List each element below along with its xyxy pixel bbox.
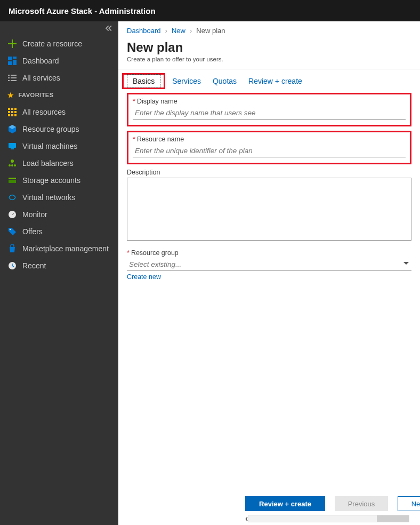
sidebar-item-monitor[interactable]: Monitor [0,206,118,223]
resource-name-label: *Resource name [133,136,406,143]
chevron-right-icon: › [190,27,192,35]
svg-rect-26 [9,180,16,183]
svg-rect-15 [14,111,17,113]
svg-rect-4 [8,75,10,76]
required-icon: * [127,249,130,257]
resource-group-select[interactable] [127,258,411,271]
svg-rect-18 [14,114,17,116]
svg-rect-13 [8,111,10,113]
display-name-input[interactable] [133,107,406,120]
svg-rect-20 [11,148,14,149]
top-bar: Microsoft Azure Stack - Administration [0,0,420,21]
top-bar-title: Microsoft Azure Stack - Administration [9,6,156,15]
review-create-button[interactable]: Review + create [245,496,325,511]
svg-rect-1 [13,57,17,59]
sidebar-item-label: All resources [22,108,66,116]
breadcrumb: Dashboard › New › New plan [118,21,420,37]
sidebar-favorites-header: ★ FAVORITES [0,86,118,104]
cube-icon [7,124,17,134]
bag-icon [7,244,17,253]
previous-button: Previous [335,496,388,511]
sidebar-item-virtual-machines[interactable]: Virtual machines [0,138,118,155]
highlight-box: Basics [122,73,165,89]
page-subtitle: Create a plan to offer to your users. [118,56,420,67]
gauge-icon [7,210,17,219]
svg-rect-19 [9,143,16,148]
sidebar-dashboard[interactable]: Dashboard [0,52,118,69]
sidebar-item-label: Virtual networks [22,193,75,202]
breadcrumb-dashboard[interactable]: Dashboard [127,27,161,35]
svg-rect-12 [14,108,17,110]
svg-point-28 [10,229,11,230]
footer-bar: Review + create Previous Next : Services… [245,496,409,511]
tab-services[interactable]: Services [172,77,201,85]
tab-review-create[interactable]: Review + create [248,77,302,85]
list-icon [7,73,17,83]
sidebar-item-resource-groups[interactable]: Resource groups [0,121,118,138]
breadcrumb-new[interactable]: New [172,27,185,35]
sidebar-item-label: All services [22,74,60,82]
sidebar-all-services[interactable]: All services [0,69,118,86]
required-icon: * [133,98,135,105]
sidebar-item-recent[interactable]: Recent [0,257,118,274]
svg-rect-3 [8,61,12,65]
scrollbar-thumb[interactable] [377,515,409,522]
tag-icon [7,227,17,236]
svg-rect-0 [8,57,12,60]
svg-rect-17 [11,114,13,116]
svg-rect-7 [11,77,17,78]
sidebar-collapse-button[interactable] [0,21,118,35]
monitor-icon [7,141,17,151]
dashboard-icon [7,56,17,66]
sidebar-item-virtual-networks[interactable]: Virtual networks [0,189,118,206]
sidebar-item-label: Offers [22,227,43,236]
create-new-link[interactable]: Create new [127,273,161,281]
sidebar-item-label: Monitor [22,210,47,219]
scrollbar-track[interactable] [248,515,409,522]
next-button[interactable]: Next : Services > [398,496,420,511]
tab-quotas[interactable]: Quotas [213,77,237,85]
horizontal-scrollbar[interactable]: ‹ [245,514,409,523]
tab-basics[interactable]: Basics [127,74,160,88]
sidebar-item-all-resources[interactable]: All resources [0,104,118,121]
svg-point-22 [9,164,11,166]
svg-point-21 [11,160,14,163]
svg-point-24 [14,164,16,166]
svg-rect-16 [8,114,10,116]
highlight-box: *Display name [127,93,411,126]
display-name-label: *Display name [133,98,406,105]
star-icon: ★ [7,91,14,99]
sidebar-item-label: Resource groups [22,125,79,133]
sidebar-item-label: Virtual machines [22,142,77,150]
sidebar-item-marketplace[interactable]: Marketplace management [0,240,118,257]
sidebar-item-label: Storage accounts [22,176,80,185]
sidebar-item-offers[interactable]: Offers [0,223,118,240]
sidebar-item-label: Load balancers [22,159,74,168]
svg-rect-25 [9,178,16,179]
load-balancer-icon [7,158,17,168]
chevron-double-left-icon [104,25,112,32]
page-title: New plan [118,37,420,56]
svg-rect-10 [8,108,10,110]
sidebar-item-load-balancers[interactable]: Load balancers [0,155,118,172]
sidebar-item-storage-accounts[interactable]: Storage accounts [0,172,118,189]
network-icon [7,193,17,202]
main-pane: Dashboard › New › New plan New plan Crea… [118,21,420,525]
sidebar-item-label: Recent [22,261,46,270]
resource-name-input[interactable] [133,145,406,157]
plus-icon [7,39,17,49]
description-input[interactable] [127,178,411,241]
svg-rect-14 [11,111,13,113]
svg-rect-5 [11,75,17,76]
svg-rect-9 [11,80,17,81]
sidebar-create-resource[interactable]: Create a resource [0,35,118,52]
svg-point-23 [11,164,13,166]
highlight-box: *Resource name [127,131,411,164]
tab-bar: Basics Services Quotas Review + create [118,69,420,91]
chevron-right-icon: › [165,27,167,35]
svg-rect-6 [8,77,10,78]
storage-icon [7,176,17,185]
required-icon: * [133,136,135,143]
resource-group-label: *Resource group [127,249,411,257]
breadcrumb-current: New plan [196,27,225,35]
